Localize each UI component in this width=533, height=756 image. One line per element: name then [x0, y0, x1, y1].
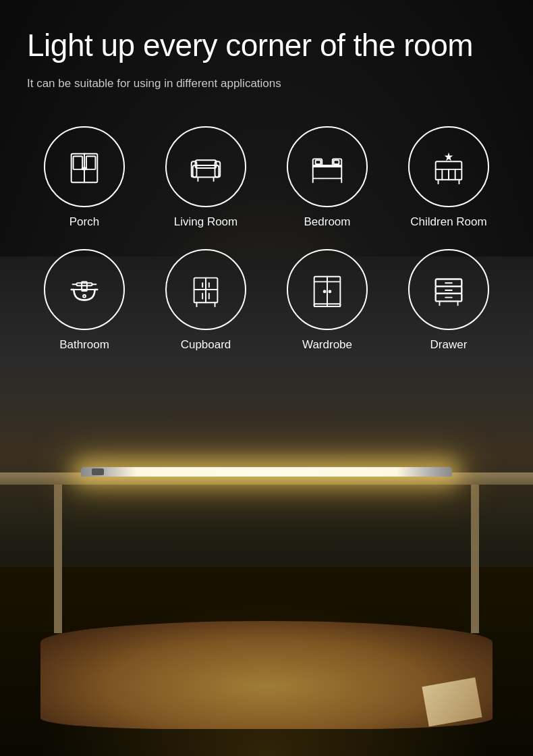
drawer-icon-circle: [408, 249, 489, 330]
porch-label: Porch: [69, 215, 99, 229]
crib-icon: [429, 147, 468, 186]
svg-rect-3: [86, 156, 96, 169]
wardrobe-icon-circle: [287, 249, 368, 330]
sofa-icon: [186, 147, 225, 186]
icon-item-drawer: Drawer: [391, 249, 506, 352]
bedroom-label: Bedroom: [304, 215, 351, 229]
svg-point-5: [84, 167, 86, 169]
svg-point-4: [82, 167, 84, 169]
bathroom-label: Bathroom: [59, 338, 109, 352]
main-content: Light up every corner of the room It can…: [0, 0, 533, 372]
living-room-label: Living Room: [174, 215, 238, 229]
bathroom-icon: [65, 270, 104, 309]
cupboard-label: Cupboard: [181, 338, 231, 352]
drawer-label: Drawer: [430, 338, 468, 352]
icon-item-bedroom: Bedroom: [270, 126, 385, 229]
svg-rect-9: [196, 160, 217, 168]
cupboard-icon: [186, 270, 225, 309]
page-title: Light up every corner of the room: [27, 27, 506, 64]
wardrobe-icon: [308, 270, 347, 309]
icon-item-wardrobe: Wardrobe: [270, 249, 385, 352]
desk-legs: [54, 485, 479, 633]
svg-rect-29: [76, 283, 92, 286]
page-subtitle: It can be suitable for using in differen…: [27, 75, 310, 92]
bathroom-icon-circle: [44, 249, 125, 330]
icon-item-cupboard: Cupboard: [148, 249, 263, 352]
led-light-bar: [81, 467, 452, 477]
icon-item-bathroom: Bathroom: [27, 249, 142, 352]
bedroom-icon-circle: [287, 126, 368, 207]
svg-rect-19: [334, 160, 339, 164]
wardrobe-label: Wardrobe: [302, 338, 352, 352]
svg-marker-20: [445, 152, 453, 161]
cupboard-icon-circle: [165, 249, 246, 330]
icon-item-porch: Porch: [27, 126, 142, 229]
porch-icon-circle: [44, 126, 125, 207]
icon-item-living-room: Living Room: [148, 126, 263, 229]
rug: [40, 621, 493, 729]
svg-point-45: [329, 290, 331, 292]
children-room-icon-circle: [408, 126, 489, 207]
svg-rect-18: [316, 160, 321, 164]
room-icons-grid: Porch Living Room: [27, 126, 506, 352]
svg-point-32: [83, 294, 86, 297]
porch-icon: [65, 147, 104, 186]
svg-point-44: [324, 290, 326, 292]
icon-item-children-room: Children Room: [391, 126, 506, 229]
svg-rect-2: [74, 156, 83, 169]
bed-icon: [308, 147, 347, 186]
led-sensor: [92, 468, 104, 475]
children-room-label: Children Room: [410, 215, 486, 229]
living-room-icon-circle: [165, 126, 246, 207]
drawer-icon: [429, 270, 468, 309]
